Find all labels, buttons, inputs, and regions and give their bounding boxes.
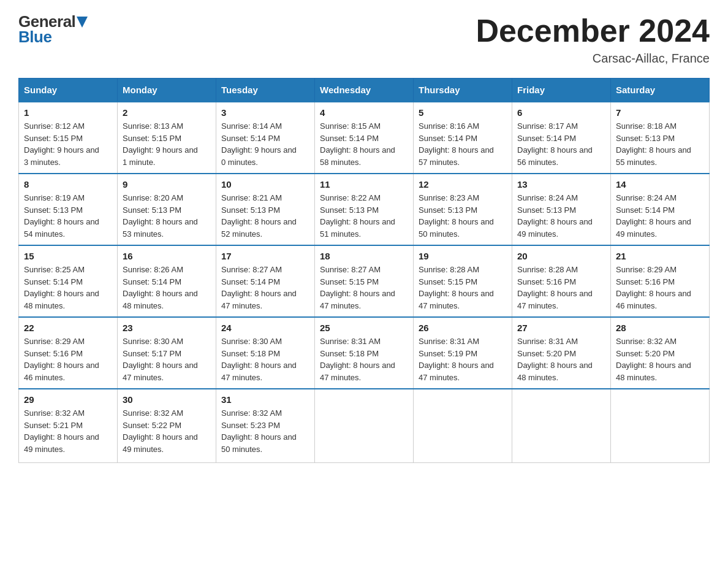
day-number: 27 [517,323,605,333]
day-info: Sunrise: 8:31 AM Sunset: 5:19 PM Dayligh… [419,335,507,383]
page-header: General Blue December 2024 Carsac-Aillac… [18,12,710,66]
calendar-day-cell: 7 Sunrise: 8:18 AM Sunset: 5:13 PM Dayli… [611,102,710,174]
day-info: Sunrise: 8:15 AM Sunset: 5:14 PM Dayligh… [320,120,408,168]
svg-marker-0 [77,17,88,28]
calendar-day-cell: 22 Sunrise: 8:29 AM Sunset: 5:16 PM Dayl… [19,317,118,389]
day-number: 22 [24,323,112,333]
day-info: Sunrise: 8:26 AM Sunset: 5:14 PM Dayligh… [123,264,211,312]
day-info: Sunrise: 8:32 AM Sunset: 5:23 PM Dayligh… [221,407,309,455]
day-of-week-header: Tuesday [216,79,315,102]
day-info: Sunrise: 8:23 AM Sunset: 5:13 PM Dayligh… [419,192,507,240]
day-number: 9 [123,179,211,190]
day-number: 7 [616,107,704,118]
day-number: 24 [221,323,309,333]
day-number: 1 [24,107,112,118]
calendar-day-cell: 2 Sunrise: 8:13 AM Sunset: 5:15 PM Dayli… [118,102,216,174]
day-number: 29 [24,394,112,405]
day-of-week-header: Sunday [19,79,118,102]
day-number: 3 [221,107,309,118]
month-title: December 2024 [476,12,710,49]
day-info: Sunrise: 8:30 AM Sunset: 5:17 PM Dayligh… [123,335,211,383]
title-area: December 2024 Carsac-Aillac, France [476,12,710,66]
day-info: Sunrise: 8:30 AM Sunset: 5:18 PM Dayligh… [221,335,309,383]
calendar-day-cell: 30 Sunrise: 8:32 AM Sunset: 5:22 PM Dayl… [118,389,216,462]
day-number: 11 [320,179,408,190]
day-number: 30 [123,394,211,405]
calendar-day-cell [315,389,414,462]
calendar-day-cell: 27 Sunrise: 8:31 AM Sunset: 5:20 PM Dayl… [512,317,611,389]
day-number: 5 [419,107,507,118]
day-info: Sunrise: 8:29 AM Sunset: 5:16 PM Dayligh… [24,335,112,383]
day-info: Sunrise: 8:28 AM Sunset: 5:16 PM Dayligh… [517,264,605,312]
day-number: 17 [221,251,309,261]
day-info: Sunrise: 8:27 AM Sunset: 5:14 PM Dayligh… [221,264,309,312]
day-of-week-header: Saturday [611,79,710,102]
day-info: Sunrise: 8:32 AM Sunset: 5:21 PM Dayligh… [24,407,112,455]
day-info: Sunrise: 8:29 AM Sunset: 5:16 PM Dayligh… [616,264,704,312]
day-info: Sunrise: 8:21 AM Sunset: 5:13 PM Dayligh… [221,192,309,240]
calendar-day-cell: 23 Sunrise: 8:30 AM Sunset: 5:17 PM Dayl… [118,317,216,389]
calendar-week-row: 15 Sunrise: 8:25 AM Sunset: 5:14 PM Dayl… [19,245,710,317]
calendar-day-cell: 4 Sunrise: 8:15 AM Sunset: 5:14 PM Dayli… [315,102,414,174]
day-info: Sunrise: 8:22 AM Sunset: 5:13 PM Dayligh… [320,192,408,240]
day-of-week-header: Wednesday [315,79,414,102]
calendar-table: SundayMondayTuesdayWednesdayThursdayFrid… [18,78,710,463]
calendar-day-cell: 20 Sunrise: 8:28 AM Sunset: 5:16 PM Dayl… [512,245,611,317]
calendar-day-cell: 24 Sunrise: 8:30 AM Sunset: 5:18 PM Dayl… [216,317,315,389]
calendar-day-cell: 12 Sunrise: 8:23 AM Sunset: 5:13 PM Dayl… [414,174,512,245]
day-info: Sunrise: 8:31 AM Sunset: 5:20 PM Dayligh… [517,335,605,383]
calendar-day-cell: 29 Sunrise: 8:32 AM Sunset: 5:21 PM Dayl… [19,389,118,462]
day-info: Sunrise: 8:32 AM Sunset: 5:22 PM Dayligh… [123,407,211,455]
calendar-day-cell: 25 Sunrise: 8:31 AM Sunset: 5:18 PM Dayl… [315,317,414,389]
calendar-day-cell [611,389,710,462]
day-of-week-header: Monday [118,79,216,102]
day-of-week-header: Thursday [414,79,512,102]
day-number: 16 [123,251,211,261]
day-info: Sunrise: 8:16 AM Sunset: 5:14 PM Dayligh… [419,120,507,168]
day-info: Sunrise: 8:13 AM Sunset: 5:15 PM Dayligh… [123,120,211,168]
calendar-day-cell: 26 Sunrise: 8:31 AM Sunset: 5:19 PM Dayl… [414,317,512,389]
day-info: Sunrise: 8:19 AM Sunset: 5:13 PM Dayligh… [24,192,112,240]
location-text: Carsac-Aillac, France [476,52,710,66]
day-number: 15 [24,251,112,261]
day-info: Sunrise: 8:20 AM Sunset: 5:13 PM Dayligh… [123,192,211,240]
day-number: 18 [320,251,408,261]
calendar-day-cell: 28 Sunrise: 8:32 AM Sunset: 5:20 PM Dayl… [611,317,710,389]
day-info: Sunrise: 8:24 AM Sunset: 5:13 PM Dayligh… [517,192,605,240]
day-info: Sunrise: 8:31 AM Sunset: 5:18 PM Dayligh… [320,335,408,383]
calendar-day-cell: 16 Sunrise: 8:26 AM Sunset: 5:14 PM Dayl… [118,245,216,317]
day-number: 13 [517,179,605,190]
calendar-day-cell: 14 Sunrise: 8:24 AM Sunset: 5:14 PM Dayl… [611,174,710,245]
day-info: Sunrise: 8:28 AM Sunset: 5:15 PM Dayligh… [419,264,507,312]
day-number: 8 [24,179,112,190]
calendar-header-row: SundayMondayTuesdayWednesdayThursdayFrid… [19,79,710,102]
day-info: Sunrise: 8:24 AM Sunset: 5:14 PM Dayligh… [616,192,704,240]
calendar-day-cell [512,389,611,462]
calendar-day-cell: 6 Sunrise: 8:17 AM Sunset: 5:14 PM Dayli… [512,102,611,174]
day-number: 25 [320,323,408,333]
calendar-day-cell: 5 Sunrise: 8:16 AM Sunset: 5:14 PM Dayli… [414,102,512,174]
day-number: 14 [616,179,704,190]
logo-blue-text: Blue [18,28,51,47]
day-number: 12 [419,179,507,190]
calendar-day-cell: 31 Sunrise: 8:32 AM Sunset: 5:23 PM Dayl… [216,389,315,462]
day-of-week-header: Friday [512,79,611,102]
calendar-week-row: 8 Sunrise: 8:19 AM Sunset: 5:13 PM Dayli… [19,174,710,245]
day-number: 23 [123,323,211,333]
calendar-day-cell: 15 Sunrise: 8:25 AM Sunset: 5:14 PM Dayl… [19,245,118,317]
calendar-day-cell: 9 Sunrise: 8:20 AM Sunset: 5:13 PM Dayli… [118,174,216,245]
day-number: 4 [320,107,408,118]
day-number: 6 [517,107,605,118]
day-number: 19 [419,251,507,261]
day-number: 28 [616,323,704,333]
day-info: Sunrise: 8:25 AM Sunset: 5:14 PM Dayligh… [24,264,112,312]
day-number: 10 [221,179,309,190]
day-number: 20 [517,251,605,261]
calendar-day-cell: 21 Sunrise: 8:29 AM Sunset: 5:16 PM Dayl… [611,245,710,317]
calendar-day-cell: 13 Sunrise: 8:24 AM Sunset: 5:13 PM Dayl… [512,174,611,245]
calendar-day-cell: 18 Sunrise: 8:27 AM Sunset: 5:15 PM Dayl… [315,245,414,317]
day-number: 21 [616,251,704,261]
day-info: Sunrise: 8:32 AM Sunset: 5:20 PM Dayligh… [616,335,704,383]
day-number: 26 [419,323,507,333]
day-info: Sunrise: 8:27 AM Sunset: 5:15 PM Dayligh… [320,264,408,312]
